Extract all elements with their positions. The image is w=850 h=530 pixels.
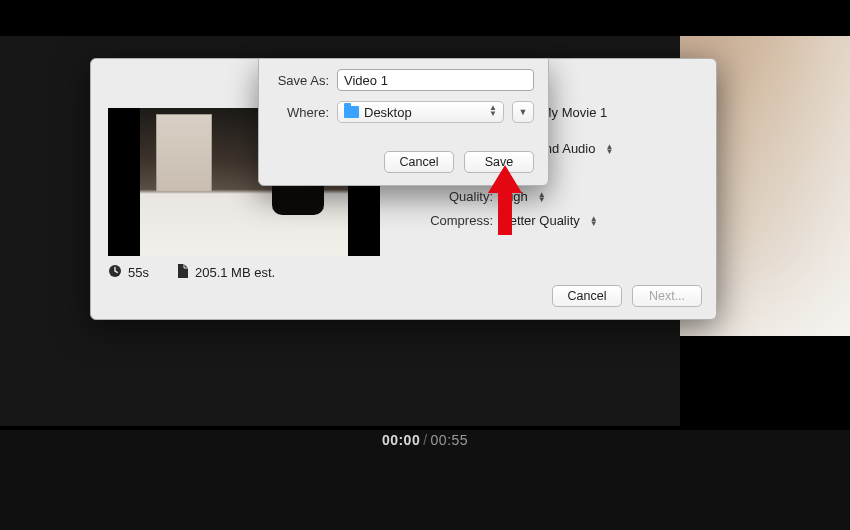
expand-save-panel-button[interactable]: ▼ [512,101,534,123]
save-sheet-cancel-button[interactable]: Cancel [384,151,454,173]
clock-icon [108,264,122,281]
stepper-arrows-icon: ▲▼ [538,192,546,202]
file-icon [177,264,189,281]
cancel-button[interactable]: Cancel [552,285,622,307]
movie-name: My Movie 1 [541,105,607,120]
quality-label: Quality: [409,189,493,204]
compress-stepper[interactable]: Better Quality ▲▼ [501,213,702,228]
filesize-text: 205.1 MB est. [195,265,275,280]
where-dropdown[interactable]: Desktop ▲▼ [337,101,504,123]
export-meta: 55s 205.1 MB est. [108,264,275,281]
compress-label: Compress: [409,213,493,228]
folder-icon [344,106,359,118]
updown-arrows-icon: ▲▼ [489,105,497,117]
chevron-down-icon: ▼ [519,107,528,117]
next-button[interactable]: Next... [632,285,702,307]
time-separator: / [423,432,427,448]
save-sheet: Save As: Where: Desktop ▲▼ ▼ Cancel Save [258,58,549,186]
time-total: 00:55 [431,432,469,448]
where-value: Desktop [364,105,412,120]
quality-stepper[interactable]: High ▲▼ [501,189,702,204]
compress-value: Better Quality [501,213,580,228]
where-label: Where: [273,105,329,120]
quality-value: High [501,189,528,204]
save-as-label: Save As: [273,73,329,88]
time-current: 00:00 [382,432,420,448]
playhead-time: 00:00/00:55 [0,432,850,448]
stepper-arrows-icon: ▲▼ [605,144,613,154]
stepper-arrows-icon: ▲▼ [590,216,598,226]
save-as-input[interactable] [337,69,534,91]
save-button[interactable]: Save [464,151,534,173]
duration-text: 55s [128,265,149,280]
